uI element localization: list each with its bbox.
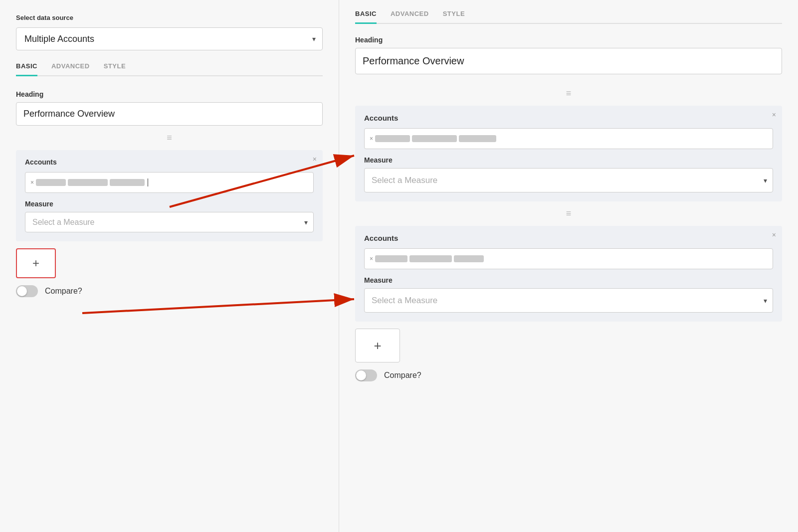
compare-row-left: Compare? (16, 285, 323, 297)
tag-text-2 (68, 179, 108, 186)
add-icon-left: + (32, 256, 39, 270)
left-tabs-section: BASIC ADVANCED STYLE (16, 62, 323, 76)
tag-text-r1-3 (459, 135, 496, 142)
account-block-right-1: Accounts × × Measure Select a Measure ▾ (355, 106, 782, 201)
data-source-select[interactable]: Multiple Accounts (16, 27, 323, 50)
tag-text-r2-1 (375, 255, 407, 262)
account-tag-input-right-2[interactable]: × (364, 248, 773, 269)
account-tag-right-1: × (370, 135, 496, 142)
measure-label-right-2: Measure (364, 276, 773, 284)
add-icon-right: + (374, 338, 381, 354)
account-block-close-right-2[interactable]: × (772, 231, 776, 239)
compare-toggle-left[interactable] (16, 285, 38, 297)
measure-select-right-1[interactable]: Select a Measure (364, 168, 773, 192)
measure-select-right-2[interactable]: Select a Measure (364, 288, 773, 313)
measure-select-wrapper-left: Select a Measure ▾ (25, 212, 314, 232)
tag-text-r2-2 (409, 255, 452, 262)
account-block-title-left: Accounts (25, 158, 314, 166)
compare-row-right: Compare? (355, 369, 782, 381)
cursor-left (148, 178, 148, 186)
data-source-select-wrapper: Multiple Accounts ▾ (16, 27, 323, 50)
tab-basic-right[interactable]: BASIC (355, 10, 377, 24)
account-tag-input-right-1[interactable]: × (364, 128, 773, 149)
heading-label-right: Heading (355, 36, 782, 44)
left-panel: Select data source Multiple Accounts ▾ B… (0, 0, 339, 532)
compare-label-right: Compare? (384, 371, 421, 380)
account-block-title-right-2: Accounts (364, 234, 773, 242)
account-block-title-right-1: Accounts (364, 114, 773, 122)
measure-select-wrapper-right-2: Select a Measure ▾ (364, 288, 773, 313)
tag-text-3 (110, 179, 145, 186)
heading-input-left[interactable] (16, 102, 323, 126)
account-block-close-right-1[interactable]: × (772, 111, 776, 119)
measure-label-left: Measure (25, 200, 314, 208)
tag-remove-right-1[interactable]: × (370, 135, 373, 142)
tag-text-r1-2 (412, 135, 457, 142)
add-series-button-left[interactable]: + (16, 248, 56, 278)
heading-input-right[interactable] (355, 48, 782, 74)
tab-style-right[interactable]: STYLE (443, 10, 465, 23)
account-tag-input-left[interactable]: × (25, 172, 314, 193)
tab-basic-left[interactable]: BASIC (16, 62, 37, 76)
tag-text-r1-1 (375, 135, 410, 142)
toggle-knob-right (356, 370, 366, 380)
measure-label-right-1: Measure (364, 156, 773, 164)
left-tabs: BASIC ADVANCED STYLE (16, 62, 323, 76)
data-source-label: Select data source (16, 14, 323, 21)
tag-text-r2-3 (454, 255, 484, 262)
toggle-knob-left (17, 286, 27, 296)
heading-label-left: Heading (16, 90, 323, 98)
tag-remove-left[interactable]: × (30, 179, 34, 186)
add-series-button-right[interactable]: + (355, 329, 400, 362)
account-block-left: Accounts × × Measure Select a Measure ▾ (16, 150, 323, 241)
drag-handle-left: ≡ (16, 133, 323, 143)
compare-label-left: Compare? (45, 287, 82, 296)
right-panel: BASIC ADVANCED STYLE Heading ≡ Accounts … (339, 0, 798, 532)
right-tabs-row: BASIC ADVANCED STYLE (355, 0, 782, 24)
tab-advanced-left[interactable]: ADVANCED (51, 62, 90, 75)
compare-toggle-right[interactable] (355, 369, 377, 381)
measure-select-wrapper-right-1: Select a Measure ▾ (364, 168, 773, 192)
tab-advanced-right[interactable]: ADVANCED (391, 10, 429, 23)
tag-remove-right-2[interactable]: × (370, 255, 373, 262)
account-block-right-2: Accounts × × Measure Select a Measure ▾ (355, 226, 782, 322)
tag-text-1 (36, 179, 66, 186)
drag-handle-right-2: ≡ (355, 208, 782, 219)
account-tag-right-2: × (370, 255, 484, 262)
account-tag-left: × (30, 178, 148, 186)
tab-style-left[interactable]: STYLE (104, 62, 126, 75)
measure-select-left[interactable]: Select a Measure (25, 212, 314, 232)
account-block-close-left[interactable]: × (313, 155, 317, 163)
drag-handle-right-1: ≡ (355, 88, 782, 99)
